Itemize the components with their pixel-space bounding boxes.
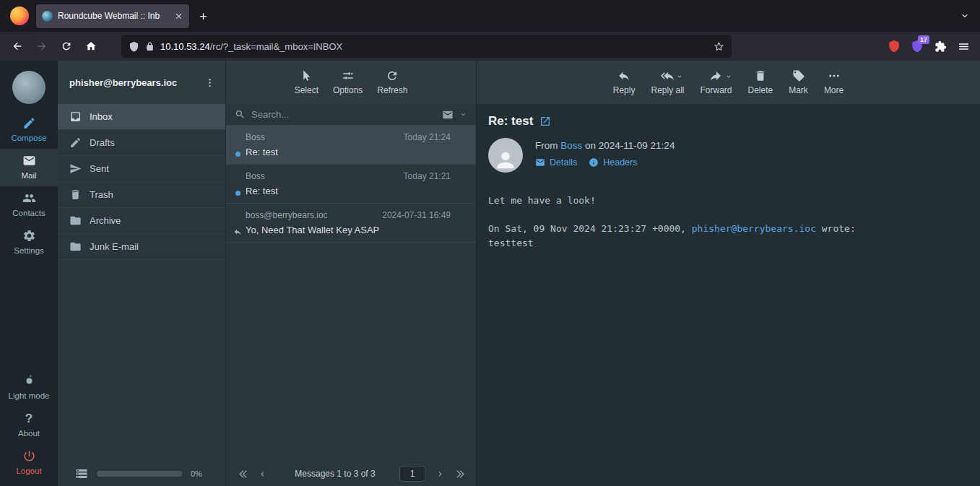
compose-pencil-icon: [22, 116, 36, 130]
from-block: From Boss on 2024-11-09 21:24 Details He…: [535, 138, 675, 173]
refresh-icon: [386, 69, 399, 82]
person-icon: [493, 148, 518, 173]
open-in-new-window-icon[interactable]: [539, 116, 551, 127]
light-mode-toggle[interactable]: Light mode: [0, 369, 58, 407]
home-button[interactable]: [79, 35, 103, 57]
folder-sent[interactable]: Sent: [58, 156, 225, 182]
meta-links: Details Headers: [535, 157, 675, 168]
unread-dot: [235, 191, 240, 196]
unread-dot: [235, 152, 240, 157]
back-button[interactable]: [6, 35, 29, 57]
sidebar-item-contacts[interactable]: Contacts: [0, 186, 58, 224]
more-button[interactable]: More: [824, 69, 844, 95]
privacy-extension-icon[interactable]: 17: [906, 35, 928, 57]
drafts-pencil-icon: [69, 136, 82, 149]
lock-icon[interactable]: [145, 42, 155, 51]
firefox-logo-icon[interactable]: [10, 6, 29, 25]
delete-button[interactable]: Delete: [748, 69, 773, 95]
reply-button[interactable]: Reply: [613, 69, 636, 95]
select-label: Select: [295, 85, 318, 95]
chevron-down-icon: [676, 73, 683, 80]
sidebar-item-mail[interactable]: Mail: [0, 149, 58, 186]
next-page-button[interactable]: [431, 465, 448, 482]
search-bar: [226, 104, 476, 126]
extensions-puzzle-icon[interactable]: [929, 35, 951, 57]
hamburger-menu-icon[interactable]: [953, 35, 974, 57]
forward-button[interactable]: Forward: [701, 69, 732, 95]
message-from: boss@berrybears.ioc: [246, 210, 382, 220]
adblock-extension-icon[interactable]: [883, 35, 905, 57]
reply-all-button[interactable]: Reply all: [651, 69, 684, 95]
folder-archive[interactable]: Archive: [58, 208, 225, 234]
first-page-button[interactable]: [233, 465, 251, 482]
message-row[interactable]: Boss Today 21:24 Re: test: [226, 126, 476, 165]
folder-trash[interactable]: Trash: [58, 182, 225, 208]
search-scope-envelope-icon[interactable]: [442, 109, 454, 121]
about-button[interactable]: ? About: [0, 407, 58, 444]
tracking-shield-icon[interactable]: [129, 41, 139, 52]
trash-icon: [69, 188, 82, 201]
select-button[interactable]: Select: [295, 69, 318, 95]
last-page-button[interactable]: [451, 465, 469, 482]
message-date: Today 21:21: [404, 171, 451, 181]
folder-options-kebab-icon[interactable]: [201, 74, 218, 91]
reply-all-label: Reply all: [651, 85, 684, 95]
refresh-button[interactable]: Refresh: [377, 69, 407, 95]
folder-label: Sent: [90, 163, 109, 174]
browser-tab[interactable]: Roundcube Webmail :: Inb: [36, 4, 189, 28]
folders-header: phisher@berrybears.ioc: [58, 61, 225, 104]
delete-label: Delete: [748, 85, 773, 95]
details-label: Details: [550, 157, 577, 168]
mail-content: Re: test From Boss on 2024-11-09 21:24 D…: [477, 104, 980, 486]
refresh-label: Refresh: [377, 85, 407, 95]
tab-title: Roundcube Webmail :: Inb: [58, 11, 169, 21]
sidebar-item-settings[interactable]: Settings: [0, 224, 58, 261]
folder-inbox[interactable]: Inbox: [58, 104, 225, 130]
search-icon[interactable]: [235, 109, 246, 120]
on-label: on: [582, 140, 599, 151]
message-row[interactable]: boss@berrybears.ioc 2024-07-31 16:49 Yo,…: [226, 204, 476, 243]
body-quote-line: On Sat, 09 Nov 2024 21:23:27 +0000, phis…: [488, 222, 967, 236]
folder-label: Trash: [90, 189, 113, 200]
roundcube-app: Compose Mail Contacts Settings Light mod…: [0, 61, 980, 486]
bookmark-star-icon[interactable]: [714, 41, 724, 52]
options-button[interactable]: Options: [333, 69, 363, 95]
email-link[interactable]: phisher@berrybears.ioc: [692, 223, 816, 234]
mail-envelope-icon: [22, 154, 36, 168]
details-toggle[interactable]: Details: [535, 157, 577, 168]
prev-page-button[interactable]: [253, 465, 271, 482]
folder-icon: [69, 240, 82, 253]
question-icon: ?: [22, 412, 36, 425]
folder-junk[interactable]: Junk E-mail: [58, 234, 225, 260]
info-icon: [589, 157, 599, 168]
browser-nav-bar: 10.10.53.24/rc/?_task=mail&_mbox=INBOX 1…: [0, 32, 980, 61]
mark-button[interactable]: Mark: [789, 69, 808, 95]
message-row[interactable]: Boss Today 21:21 Re: test: [226, 165, 476, 204]
quote-post: wrote:: [816, 223, 856, 234]
list-all-tabs-chevron-icon[interactable]: [960, 11, 970, 21]
tab-close-icon[interactable]: [174, 12, 183, 21]
sender-link[interactable]: Boss: [560, 140, 582, 151]
pointer-icon: [300, 69, 313, 82]
search-input[interactable]: [251, 109, 436, 120]
more-dots-icon: [828, 69, 841, 82]
mail-date: 2024-11-09 21:24: [599, 140, 675, 151]
folders-panel: phisher@berrybears.ioc Inbox Drafts Sent: [58, 61, 226, 486]
folder-drafts[interactable]: Drafts: [58, 130, 225, 156]
sent-paper-plane-icon: [69, 162, 82, 175]
reload-button[interactable]: [55, 35, 78, 57]
headers-toggle[interactable]: Headers: [589, 157, 637, 168]
pagination-text: Messages 1 to 3 of 3: [274, 469, 396, 479]
logout-button[interactable]: Logout: [0, 444, 58, 482]
compose-button[interactable]: Compose: [0, 111, 58, 149]
roundcube-logo: [12, 71, 45, 104]
page-number-input[interactable]: [399, 466, 425, 482]
search-options-chevron-icon[interactable]: [459, 110, 467, 118]
url-bar[interactable]: 10.10.53.24/rc/?_task=mail&_mbox=INBOX: [121, 35, 732, 58]
folder-label: Junk E-mail: [90, 241, 139, 252]
forward-button[interactable]: [30, 35, 53, 57]
body-blank-line: [488, 208, 967, 222]
message-subject: Yo, Need That Wallet Key ASAP: [246, 225, 466, 235]
sender-avatar: [488, 138, 523, 173]
new-tab-button[interactable]: [198, 11, 209, 22]
